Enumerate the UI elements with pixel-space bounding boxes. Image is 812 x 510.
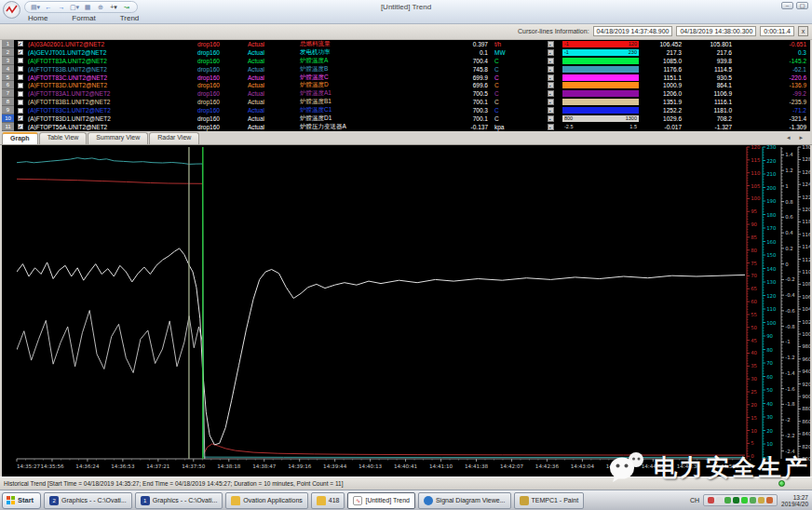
signal-name: (A)03A02601.UNIT2@NET2	[26, 41, 183, 47]
row-scale-checkbox[interactable]: ▪	[544, 74, 557, 81]
cursor-diff-value: -71.2	[732, 107, 808, 114]
row-scale-checkbox[interactable]: ▪	[544, 49, 557, 56]
checkbox-icon[interactable]	[18, 100, 23, 105]
furnace-temperature-axis: 8008208408608809009209409609801000102010…	[798, 145, 810, 462]
row-scale-checkbox[interactable]: ▪	[544, 90, 557, 97]
table-row[interactable]: 11✔(A)FTOPT56A.UNIT2@NET2drop160Actual炉膛…	[2, 123, 810, 131]
table-row[interactable]: 4(A)FTOTT83B.UNIT2@NET2drop160Actual炉膛温度…	[2, 65, 810, 74]
tray-icon-1[interactable]	[708, 497, 714, 503]
row-visibility-checkbox[interactable]: ✔	[14, 124, 26, 129]
checkbox-icon[interactable]: ✔	[18, 41, 23, 47]
table-row[interactable]: 2✔(A)GEVJT001.UNIT2@NET2drop160Actual发电机…	[2, 48, 810, 57]
row-scale-checkbox[interactable]: ▪	[544, 41, 557, 47]
minimize-button[interactable]: –	[781, 2, 793, 9]
tray-icon-7[interactable]	[758, 497, 765, 503]
table-row[interactable]: 8(A)FTOTT83B1.UNIT2@NET2drop160Actual炉膛温…	[2, 98, 810, 106]
tray-icon-2[interactable]	[716, 497, 723, 503]
language-indicator[interactable]: CH	[690, 497, 699, 503]
row-scale-checkbox[interactable]: ▪	[544, 58, 557, 64]
taskbar-button[interactable]: ∿[Untitled] Trend	[347, 492, 414, 509]
checkbox-icon[interactable]: ▪	[548, 58, 554, 64]
row-visibility-checkbox[interactable]	[14, 108, 26, 114]
cursor2-value: -1.327	[682, 124, 732, 130]
tray-icon-5[interactable]	[741, 497, 748, 503]
tab-summary-view[interactable]: Summary View	[88, 132, 148, 144]
checkbox-icon[interactable]: ▪	[548, 66, 554, 73]
signal-name: (A)FTOTT83B1.UNIT2@NET2	[26, 99, 183, 105]
row-visibility-checkbox[interactable]: ✔	[14, 41, 26, 47]
menu-item-format[interactable]: Format	[68, 13, 99, 23]
close-cursor-info-button[interactable]: x	[798, 26, 808, 36]
tray-icon-8[interactable]	[766, 497, 773, 503]
row-scale-checkbox[interactable]: ▪	[544, 66, 557, 73]
row-visibility-checkbox[interactable]	[14, 66, 26, 72]
checkbox-icon[interactable]: ▪	[548, 49, 554, 56]
row-visibility-checkbox[interactable]	[14, 58, 26, 63]
taskbar-button[interactable]: TEMPC1 - Paint	[514, 492, 585, 509]
row-scale-checkbox[interactable]: ▪	[544, 124, 557, 130]
checkbox-icon[interactable]: ✔	[18, 115, 23, 121]
taskbar-button[interactable]: 2Graphics - - C:\Ovati...	[44, 492, 132, 509]
checkbox-icon[interactable]	[18, 83, 23, 88]
taskbar-clock[interactable]: 13:272019/4/20	[781, 494, 808, 507]
checkbox-icon[interactable]: ▪	[548, 74, 554, 81]
table-row[interactable]: 3(A)FTOTT83A.UNIT2@NET2drop160Actual炉膛温度…	[2, 57, 810, 65]
taskbar-button[interactable]: 1Graphics - - C:\Ovati...	[135, 492, 223, 509]
menu-item-home[interactable]: Home	[24, 13, 51, 23]
taskbar-button[interactable]: Signal Diagram Viewe...	[418, 492, 511, 509]
tab-table-view[interactable]: Table View	[39, 132, 88, 144]
cursor1-time-box[interactable]: 04/18/2019 14:37:48.900	[593, 26, 673, 36]
tab-graph[interactable]: Graph	[2, 132, 38, 144]
checkbox-icon[interactable]	[18, 58, 23, 63]
checkbox-icon[interactable]	[18, 91, 23, 97]
table-row[interactable]: 6(A)FTOTT83D.UNIT2@NET2drop160Actual炉膛温度…	[2, 81, 810, 89]
signal-unit: MW	[488, 49, 521, 56]
menu-item-trend[interactable]: Trend	[116, 13, 143, 23]
checkbox-icon[interactable]: ▪	[548, 82, 554, 88]
row-visibility-checkbox[interactable]: ✔	[14, 115, 26, 121]
table-row[interactable]: 5(A)FTOTT83C.UNIT2@NET2drop160Actual炉膛温度…	[2, 74, 810, 82]
row-scale-checkbox[interactable]: ▪	[544, 107, 557, 114]
tab-radar-view[interactable]: Radar View	[149, 132, 199, 144]
row-visibility-checkbox[interactable]	[14, 91, 26, 97]
signal-drop: drop160	[183, 90, 235, 97]
maximize-button[interactable]: ▢	[796, 2, 808, 9]
table-row[interactable]: 7(A)FTOTT83A1.UNIT2@NET2drop160Actual炉膛温…	[2, 89, 810, 98]
start-button[interactable]: Start	[2, 492, 41, 509]
signal-current-value: 699.6	[402, 82, 488, 88]
table-row[interactable]: 9(A)FTOTT83C1.UNIT2@NET2drop160Actual炉膛温…	[2, 106, 810, 114]
tray-icon-3[interactable]	[724, 497, 731, 503]
checkbox-icon[interactable]	[18, 66, 23, 72]
row-scale-checkbox[interactable]: ▪	[544, 99, 557, 105]
checkbox-icon[interactable]: ▪	[548, 115, 554, 122]
signal-unit: C	[488, 107, 521, 114]
row-visibility-checkbox[interactable]: ✔	[14, 49, 26, 55]
trend-plot[interactable]: 14:35:2714:35:5614:36:2414:36:5314:37:21…	[2, 145, 810, 476]
tray-icon-4[interactable]	[733, 497, 739, 503]
checkbox-icon[interactable]: ✔	[18, 49, 23, 55]
row-scale-checkbox[interactable]: ▪	[544, 82, 557, 88]
table-row[interactable]: 10✔(A)FTOTT83D1.UNIT2@NET2drop160Actual炉…	[2, 114, 810, 123]
checkbox-icon[interactable]: ▪	[548, 41, 554, 47]
checkbox-icon[interactable]	[18, 108, 23, 114]
checkbox-icon[interactable]: ▪	[548, 90, 554, 97]
taskbar-button[interactable]: 418	[311, 492, 345, 509]
checkbox-icon[interactable]: ▪	[548, 124, 554, 130]
signal-name: (A)FTOTT83C1.UNIT2@NET2	[26, 107, 183, 114]
checkbox-icon[interactable]	[18, 74, 23, 80]
cursor-diff-value: -321.4	[732, 115, 808, 122]
trend-graph[interactable]: 14:35:2714:35:5614:36:2414:36:5314:37:21…	[2, 145, 810, 476]
cursor2-time-box[interactable]: 04/18/2019 14:38:00.300	[676, 26, 756, 36]
tray-icon-6[interactable]	[750, 497, 756, 503]
checkbox-icon[interactable]: ▪	[548, 107, 554, 114]
row-visibility-checkbox[interactable]	[14, 74, 26, 80]
checkbox-icon[interactable]: ▪	[548, 99, 554, 105]
row-scale-checkbox[interactable]: ▪	[544, 115, 557, 122]
checkbox-icon[interactable]: ✔	[18, 124, 23, 129]
axis-tick-label: 1.4	[785, 152, 793, 157]
row-visibility-checkbox[interactable]	[14, 100, 26, 105]
table-row[interactable]: 1✔(A)03A02601.UNIT2@NET2drop160Actual总燃料…	[2, 40, 810, 48]
axis-scroll-arrows[interactable]: ◂ ▸	[787, 134, 806, 141]
row-visibility-checkbox[interactable]	[14, 83, 26, 88]
taskbar-button[interactable]: Ovation Applications	[225, 492, 307, 509]
